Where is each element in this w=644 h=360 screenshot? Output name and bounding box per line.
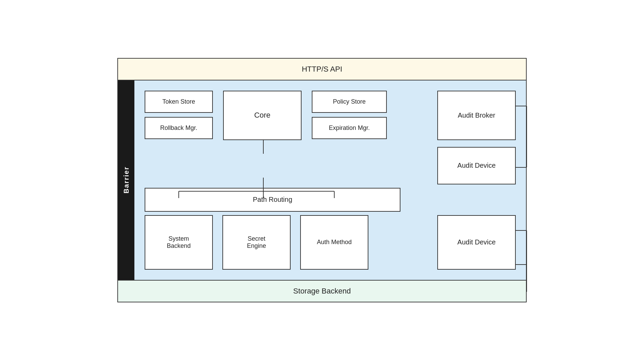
main-content: Token Store Rollback Mgr. Core Policy St… <box>134 80 526 280</box>
diagram-wrapper: HTTP/S API Barrier <box>117 58 527 302</box>
center-group: Policy Store Expiration Mgr. <box>312 91 387 139</box>
expiration-mgr-box: Expiration Mgr. <box>312 117 387 139</box>
token-store-box: Token Store <box>145 91 213 113</box>
auth-method-box: Auth Method <box>300 215 368 270</box>
audit-device-top-box: Audit Device <box>437 147 516 184</box>
path-routing-box: Path Routing <box>145 188 400 212</box>
audit-column-top: Audit Broker Audit Device <box>437 91 516 184</box>
storage-backend-bar: Storage Backend <box>118 280 526 302</box>
bottom-row: System Backend Secret Engine Auth Method… <box>145 215 516 270</box>
storage-backend-label: Storage Backend <box>293 287 351 295</box>
barrier-label: Barrier <box>122 166 130 194</box>
audit-broker-box: Audit Broker <box>437 91 516 140</box>
secret-engine-box: Secret Engine <box>222 215 291 270</box>
system-backend-box: System Backend <box>145 215 213 270</box>
top-section: Token Store Rollback Mgr. Core Policy St… <box>145 91 516 184</box>
middle-section: Barrier <box>118 80 526 280</box>
http-api-label: HTTP/S API <box>302 65 342 73</box>
http-api-bar: HTTP/S API <box>118 59 526 80</box>
policy-store-box: Policy Store <box>312 91 387 113</box>
left-group: Token Store Rollback Mgr. <box>145 91 213 139</box>
path-routing-section: Path Routing <box>145 188 516 212</box>
audit-device-bottom-box: Audit Device <box>437 215 516 270</box>
core-box: Core <box>223 91 302 140</box>
barrier-bar: Barrier <box>118 80 134 280</box>
rollback-mgr-box: Rollback Mgr. <box>145 117 213 139</box>
